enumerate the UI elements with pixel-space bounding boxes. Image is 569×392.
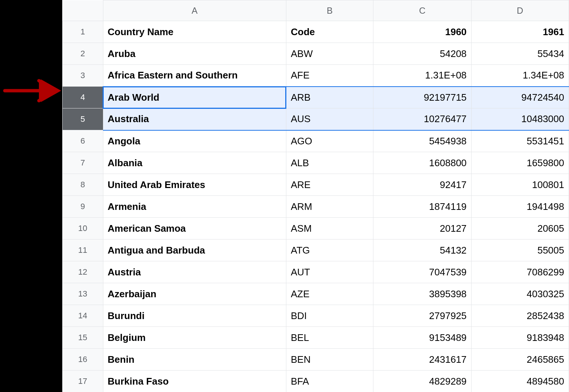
cell[interactable]: Azerbaijan bbox=[103, 283, 286, 305]
cell[interactable]: 92417 bbox=[373, 174, 471, 196]
cell[interactable]: Albania bbox=[103, 152, 286, 174]
cell[interactable]: 10276477 bbox=[373, 108, 471, 130]
cell[interactable]: Armenia bbox=[103, 196, 286, 218]
cell[interactable]: BEN bbox=[286, 349, 373, 371]
row-header[interactable]: 2 bbox=[63, 43, 103, 65]
cell[interactable]: Benin bbox=[103, 349, 286, 371]
cell[interactable]: AZE bbox=[286, 283, 373, 305]
row-header[interactable]: 11 bbox=[63, 239, 103, 261]
column-header-C[interactable]: C bbox=[373, 0, 471, 21]
cell[interactable]: 7047539 bbox=[373, 261, 471, 283]
row-header[interactable]: 15 bbox=[63, 327, 103, 349]
cell[interactable]: 1.34E+08 bbox=[471, 65, 569, 87]
cell[interactable]: Aruba bbox=[103, 43, 286, 65]
row-header[interactable]: 5 bbox=[63, 108, 103, 130]
cell[interactable]: 54132 bbox=[373, 239, 471, 261]
cell[interactable]: 1874119 bbox=[373, 196, 471, 218]
cell[interactable]: ARB bbox=[286, 87, 373, 108]
row-header[interactable]: 3 bbox=[63, 65, 103, 87]
cell[interactable]: Africa Eastern and Southern bbox=[103, 65, 286, 87]
cell[interactable]: 2465865 bbox=[471, 349, 569, 371]
cell[interactable]: 2852438 bbox=[471, 305, 569, 327]
cell[interactable]: 1961 bbox=[471, 21, 569, 43]
cell[interactable]: Austria bbox=[103, 261, 286, 283]
cell[interactable]: Burkina Faso bbox=[103, 371, 286, 392]
cell[interactable]: 4894580 bbox=[471, 371, 569, 392]
cell[interactable]: 10483000 bbox=[471, 108, 569, 130]
row-header[interactable]: 6 bbox=[63, 130, 103, 152]
cell[interactable]: 55005 bbox=[471, 239, 569, 261]
cell[interactable]: Burundi bbox=[103, 305, 286, 327]
cell[interactable]: Antigua and Barbuda bbox=[103, 239, 286, 261]
cell[interactable]: ARM bbox=[286, 196, 373, 218]
row-header[interactable]: 14 bbox=[63, 305, 103, 327]
column-header-D[interactable]: D bbox=[471, 0, 569, 21]
cell[interactable]: AUS bbox=[286, 108, 373, 130]
cell[interactable]: 1960 bbox=[373, 21, 471, 43]
cell[interactable]: ALB bbox=[286, 152, 373, 174]
cell[interactable]: United Arab Emirates bbox=[103, 174, 286, 196]
column-header-B[interactable]: B bbox=[286, 0, 373, 21]
row-header[interactable]: 8 bbox=[63, 174, 103, 196]
cell[interactable]: 92197715 bbox=[373, 87, 471, 108]
cell[interactable]: 2431617 bbox=[373, 349, 471, 371]
cell[interactable]: Belgium bbox=[103, 327, 286, 349]
cell[interactable]: 2797925 bbox=[373, 305, 471, 327]
cell[interactable]: Australia bbox=[103, 108, 286, 130]
cell[interactable]: BDI bbox=[286, 305, 373, 327]
cell-active[interactable]: Arab World bbox=[103, 87, 286, 108]
spreadsheet-grid[interactable]: A B C D 1 Country Name Code 1960 1961 2 … bbox=[62, 0, 569, 392]
cell[interactable]: BEL bbox=[286, 327, 373, 349]
cell[interactable]: AUT bbox=[286, 261, 373, 283]
cell[interactable]: 5454938 bbox=[373, 130, 471, 152]
row-header[interactable]: 12 bbox=[63, 261, 103, 283]
cell[interactable]: ATG bbox=[286, 239, 373, 261]
cell[interactable]: 20605 bbox=[471, 218, 569, 239]
cell[interactable]: ARE bbox=[286, 174, 373, 196]
row-header[interactable]: 13 bbox=[63, 283, 103, 305]
row-header[interactable]: 1 bbox=[63, 21, 103, 43]
cell[interactable]: ABW bbox=[286, 43, 373, 65]
svg-marker-1 bbox=[41, 79, 61, 102]
cell[interactable]: 20127 bbox=[373, 218, 471, 239]
cell[interactable]: 4030325 bbox=[471, 283, 569, 305]
cell[interactable]: Country Name bbox=[103, 21, 286, 43]
cell[interactable]: 100801 bbox=[471, 174, 569, 196]
cell[interactable]: American Samoa bbox=[103, 218, 286, 239]
cell[interactable]: Angola bbox=[103, 130, 286, 152]
row-header[interactable]: 4 bbox=[63, 87, 103, 108]
cell[interactable]: 94724540 bbox=[471, 87, 569, 108]
cell[interactable]: 9153489 bbox=[373, 327, 471, 349]
cell[interactable]: AGO bbox=[286, 130, 373, 152]
row-header[interactable]: 17 bbox=[63, 371, 103, 392]
cell[interactable]: BFA bbox=[286, 371, 373, 392]
cell[interactable]: 4829289 bbox=[373, 371, 471, 392]
cell[interactable]: 54208 bbox=[373, 43, 471, 65]
cell[interactable]: ASM bbox=[286, 218, 373, 239]
annotation-arrow-icon bbox=[2, 76, 63, 107]
cell[interactable]: 1941498 bbox=[471, 196, 569, 218]
cell[interactable]: Code bbox=[286, 21, 373, 43]
cell[interactable]: 1.31E+08 bbox=[373, 65, 471, 87]
column-header-A[interactable]: A bbox=[103, 0, 286, 21]
row-header[interactable]: 9 bbox=[63, 196, 103, 218]
row-header[interactable]: 7 bbox=[63, 152, 103, 174]
row-header[interactable]: 10 bbox=[63, 218, 103, 239]
cell[interactable]: 1659800 bbox=[471, 152, 569, 174]
cell[interactable]: 7086299 bbox=[471, 261, 569, 283]
cell[interactable]: 55434 bbox=[471, 43, 569, 65]
cell[interactable]: 5531451 bbox=[471, 130, 569, 152]
cell[interactable]: 1608800 bbox=[373, 152, 471, 174]
row-header[interactable]: 16 bbox=[63, 349, 103, 371]
cell[interactable]: 3895398 bbox=[373, 283, 471, 305]
cell[interactable]: AFE bbox=[286, 65, 373, 87]
select-all-corner[interactable] bbox=[63, 0, 103, 21]
cell[interactable]: 9183948 bbox=[471, 327, 569, 349]
